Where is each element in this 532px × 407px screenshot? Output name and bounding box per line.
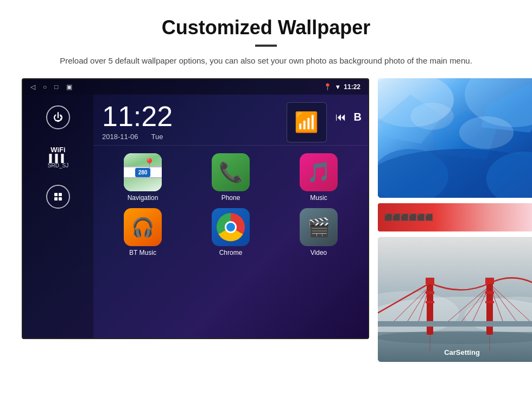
phone-glyph: 📞 bbox=[219, 161, 243, 184]
status-right: 📍 ▾ 11:22 bbox=[324, 83, 360, 91]
wallpaper-panel: ⬛⬛⬛⬛⬛⬛ bbox=[378, 78, 532, 362]
page-title: Customized Wallpaper bbox=[22, 16, 510, 39]
video-label: Video bbox=[311, 249, 327, 256]
playback-controls: ⏮ B bbox=[335, 111, 362, 123]
status-time: 11:22 bbox=[344, 83, 360, 91]
title-section: Customized Wallpaper Preload over 5 defa… bbox=[22, 16, 510, 67]
location-icon: 📍 bbox=[324, 83, 332, 91]
media-icon-box: 📶 bbox=[287, 102, 327, 142]
svg-point-10 bbox=[410, 103, 454, 130]
wallpaper-bottom: CarSetting bbox=[378, 237, 532, 362]
app-item-video[interactable]: 🎬 Video bbox=[278, 208, 359, 256]
navigation-icon: 280 📍 bbox=[124, 153, 162, 191]
btmusic-label: BT Music bbox=[129, 249, 156, 256]
music-label: Music bbox=[310, 194, 327, 202]
apps-button[interactable] bbox=[46, 185, 70, 209]
android-screen: ◁ ○ □ ▣ 📍 ▾ 11:22 ⏻ bbox=[22, 78, 369, 339]
title-divider bbox=[255, 45, 277, 47]
media-controls: ⏮ B bbox=[335, 102, 362, 123]
app-item-phone[interactable]: 📞 Phone bbox=[190, 153, 271, 202]
bridge-svg bbox=[378, 237, 532, 362]
wallpaper-mid-strip: ⬛⬛⬛⬛⬛⬛ bbox=[378, 203, 532, 231]
status-bar: ◁ ○ □ ▣ 📍 ▾ 11:22 bbox=[23, 79, 368, 95]
android-sidebar: ⏻ WiFi ▌▌▌ SRD_SJ bbox=[23, 95, 93, 338]
svg-point-9 bbox=[459, 116, 514, 149]
subtitle: Preload over 5 default wallpaper options… bbox=[60, 54, 472, 67]
app-grid: 280 📍 Navigation 📞 Phone bbox=[93, 146, 368, 264]
app-item-btmusic[interactable]: 🎧 BT Music bbox=[102, 208, 183, 256]
chrome-icon bbox=[212, 208, 250, 246]
svg-rect-24 bbox=[485, 301, 494, 303]
music-icon: 🎵 bbox=[300, 153, 338, 191]
chrome-inner-circle bbox=[225, 221, 237, 233]
chrome-label: Chrome bbox=[219, 249, 243, 256]
ice-wallpaper bbox=[378, 78, 532, 198]
navigation-label: Navigation bbox=[128, 194, 159, 202]
phone-icon: 📞 bbox=[212, 153, 250, 191]
video-icon: 🎬 bbox=[300, 208, 338, 246]
phone-label: Phone bbox=[221, 194, 240, 202]
wallpaper-top bbox=[378, 78, 532, 198]
content-area: ◁ ○ □ ▣ 📍 ▾ 11:22 ⏻ bbox=[22, 78, 510, 362]
nav-map: 280 📍 bbox=[124, 153, 162, 191]
status-nav: ◁ ○ □ ▣ bbox=[30, 83, 72, 91]
music-glyph: 🎵 bbox=[307, 161, 331, 184]
svg-point-16 bbox=[378, 331, 532, 344]
home-icon[interactable]: ○ bbox=[43, 83, 47, 91]
wifi-name: SRD_SJ bbox=[48, 162, 68, 168]
svg-rect-23 bbox=[426, 301, 434, 303]
bluetooth-glyph: 🎧 bbox=[131, 216, 154, 238]
wifi-animation-icon: 📶 bbox=[294, 111, 319, 134]
clock-date-value: 2018-11-06 bbox=[102, 133, 138, 141]
clock-day-value: Tue bbox=[151, 133, 163, 141]
prev-track-button[interactable]: ⏮ bbox=[335, 111, 346, 123]
ice-svg bbox=[378, 78, 532, 198]
apps-grid-icon bbox=[54, 193, 62, 201]
capture-icon[interactable]: ▣ bbox=[66, 83, 72, 91]
top-icons: 📶 ⏮ B bbox=[280, 95, 368, 150]
chrome-outer-ring bbox=[217, 213, 245, 241]
wifi-status-icon: ▾ bbox=[336, 83, 339, 91]
track-label: B bbox=[354, 111, 362, 123]
btmusic-icon: 🎧 bbox=[124, 208, 162, 246]
app-item-navigation[interactable]: 280 📍 Navigation bbox=[102, 153, 183, 202]
page-wrapper: Customized Wallpaper Preload over 5 defa… bbox=[0, 0, 532, 373]
wifi-label: WiFi bbox=[48, 146, 68, 154]
carsetting-label: CarSetting bbox=[378, 348, 532, 356]
power-icon: ⏻ bbox=[53, 112, 63, 123]
nav-pin: 📍 bbox=[143, 158, 155, 170]
wifi-bars: ▌▌▌ bbox=[48, 154, 68, 162]
recent-icon[interactable]: □ bbox=[54, 83, 58, 91]
app-item-chrome[interactable]: Chrome bbox=[190, 208, 271, 256]
android-main: ⏻ WiFi ▌▌▌ SRD_SJ bbox=[23, 95, 368, 338]
svg-rect-25 bbox=[378, 321, 532, 327]
mid-wallpaper-label: ⬛⬛⬛⬛⬛⬛ bbox=[384, 214, 433, 221]
back-icon[interactable]: ◁ bbox=[30, 83, 35, 91]
video-glyph: 🎬 bbox=[307, 216, 330, 238]
app-item-music[interactable]: 🎵 Music bbox=[278, 153, 359, 202]
wifi-info: WiFi ▌▌▌ SRD_SJ bbox=[48, 146, 68, 168]
center-content: 11:22 2018-11-06 Tue 📶 ⏮ bbox=[93, 95, 368, 338]
power-button[interactable]: ⏻ bbox=[46, 105, 70, 129]
